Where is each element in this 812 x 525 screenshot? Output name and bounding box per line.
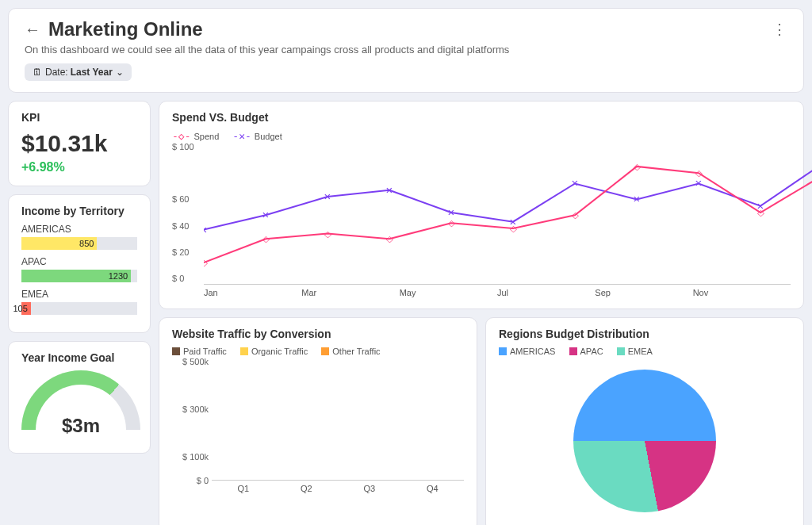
spend-budget-card: Spend VS. Budget -◇-Spend -✕-Budget $ 0$… <box>159 101 804 309</box>
page-subtitle: On this dashboard we could see all the d… <box>25 44 787 56</box>
kpi-delta: +6.98% <box>21 160 137 174</box>
income-territory-title: Income by Territory <box>21 205 137 217</box>
income-territory-card: Income by Territory AMERICAS850APAC1230E… <box>8 194 151 333</box>
x-tick: Q3 <box>338 481 401 493</box>
x-tick: May <box>400 285 497 297</box>
more-menu-icon[interactable]: ⋮ <box>772 21 787 38</box>
legend-paid: Paid Traffic <box>183 347 227 356</box>
svg-text:◇: ◇ <box>695 168 703 178</box>
kpi-value: $10.31k <box>21 130 137 157</box>
year-goal-value: $3m <box>21 415 140 437</box>
y-tick: $ 0 <box>172 274 184 283</box>
x-tick: Mar <box>301 285 399 297</box>
kpi-card: KPI $10.31k +6.98% <box>8 101 151 186</box>
x-tick: Q2 <box>275 481 339 493</box>
svg-text:◇: ◇ <box>448 219 455 228</box>
legend-emea: EMEA <box>628 347 653 356</box>
legend-organic: Organic Traffic <box>251 347 308 356</box>
svg-text:◇: ◇ <box>386 234 393 243</box>
territory-label: EMEA <box>21 289 137 300</box>
territory-row: APAC1230 <box>21 256 137 282</box>
x-tick: Q1 <box>212 481 275 493</box>
legend-americas: AMERICAS <box>510 347 555 356</box>
y-tick: $ 20 <box>172 247 189 257</box>
svg-text:◇: ◇ <box>757 208 764 217</box>
svg-text:✕: ✕ <box>324 192 331 201</box>
svg-text:✕: ✕ <box>633 195 640 205</box>
y-tick: $ 100 <box>172 142 194 151</box>
page-header: ← Marketing Online ⋮ On this dashboard w… <box>8 8 804 93</box>
svg-text:◇: ◇ <box>262 234 270 243</box>
y-tick: $ 100k <box>182 452 209 462</box>
x-tick: Jul <box>497 285 595 297</box>
regions-legend: AMERICAS APAC EMEA <box>499 347 791 357</box>
territory-value: 850 <box>79 237 94 250</box>
year-goal-title: Year Income Goal <box>21 351 137 364</box>
traffic-card: Website Traffic by Conversion Paid Traff… <box>159 317 477 525</box>
kpi-title: KPI <box>21 111 137 124</box>
traffic-chart: $ 500k$ 300k$ 100k$ 0 Q1Q2Q3Q4 <box>172 362 464 493</box>
x-tick: Nov <box>693 285 791 297</box>
svg-text:◇: ◇ <box>204 258 208 267</box>
regions-title: Regions Budget Distribution <box>499 328 791 340</box>
date-filter-value: Last Year <box>71 67 113 78</box>
back-arrow-icon[interactable]: ← <box>25 21 40 39</box>
svg-text:◇: ◇ <box>634 162 641 171</box>
spend-budget-title: Spend VS. Budget <box>172 111 791 124</box>
date-filter-label: Date: <box>45 67 68 78</box>
x-tick: Q4 <box>401 481 465 493</box>
territory-bar: 105 <box>21 302 137 315</box>
spend-budget-chart: $ 0$ 20$ 40$ 60$ 100 ✕✕✕✕✕✕✕✕✕✕✕◇◇◇◇◇◇◇◇… <box>172 147 791 297</box>
x-tick: Jan <box>204 285 301 297</box>
territory-value: 105 <box>13 302 27 315</box>
territory-bar: 1230 <box>21 270 137 282</box>
year-goal-card: Year Income Goal $3m <box>8 341 151 454</box>
svg-text:✕: ✕ <box>262 211 269 220</box>
legend-budget: Budget <box>255 132 282 141</box>
page-title: Marketing Online <box>48 18 203 40</box>
legend-other: Other Traffic <box>332 347 380 356</box>
territory-label: AMERICAS <box>21 224 137 235</box>
legend-spend: Spend <box>193 132 219 141</box>
y-tick: $ 500k <box>182 357 209 366</box>
svg-text:✕: ✕ <box>571 179 578 189</box>
calendar-icon: 🗓 <box>33 67 42 78</box>
svg-text:✕: ✕ <box>695 179 702 189</box>
territory-label: APAC <box>21 256 137 267</box>
svg-text:✕: ✕ <box>447 208 454 217</box>
x-tick: Sep <box>595 285 692 297</box>
svg-text:◇: ◇ <box>510 224 517 233</box>
svg-text:◇: ◇ <box>572 211 579 220</box>
territory-row: EMEA105 <box>21 289 137 315</box>
legend-apac: APAC <box>580 347 603 356</box>
regions-pie-chart <box>499 362 791 520</box>
traffic-title: Website Traffic by Conversion <box>172 328 464 340</box>
svg-text:◇: ◇ <box>324 229 331 239</box>
territory-bar: 850 <box>21 237 137 250</box>
svg-text:✕: ✕ <box>204 225 208 235</box>
y-tick: $ 60 <box>172 194 189 204</box>
traffic-legend: Paid Traffic Organic Traffic Other Traff… <box>172 347 464 357</box>
territory-row: AMERICAS850 <box>21 224 137 250</box>
gauge-chart: $3m <box>21 370 140 442</box>
chevron-down-icon: ⌄ <box>116 67 124 78</box>
y-tick: $ 0 <box>197 476 209 485</box>
y-tick: $ 40 <box>172 221 189 231</box>
date-filter-chip[interactable]: 🗓 Date: Last Year ⌄ <box>25 63 132 81</box>
spend-budget-legend: -◇-Spend -✕-Budget <box>172 130 791 142</box>
y-tick: $ 300k <box>182 404 209 414</box>
svg-text:✕: ✕ <box>385 186 393 195</box>
territory-value: 1230 <box>109 270 128 282</box>
regions-card: Regions Budget Distribution AMERICAS APA… <box>485 317 804 525</box>
